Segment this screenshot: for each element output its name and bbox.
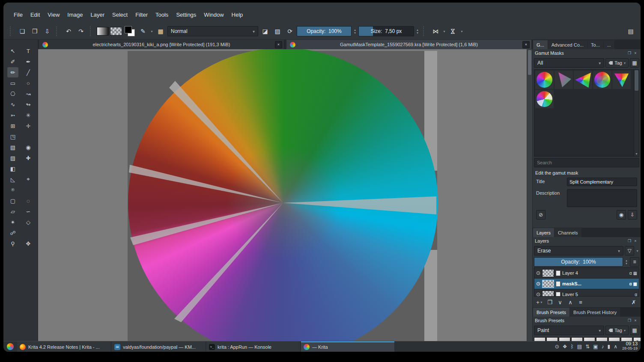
mask-description-input[interactable] bbox=[567, 189, 637, 207]
preview-mask-button[interactable]: ◉ bbox=[617, 210, 626, 220]
layer-options-button[interactable]: ≡ bbox=[576, 298, 585, 306]
close-docker-icon[interactable]: × bbox=[632, 318, 638, 323]
gamut-tag-button[interactable]: Tag ▾ bbox=[605, 58, 629, 68]
preserve-alpha-button[interactable]: ▨ bbox=[272, 26, 283, 37]
brush-editor-dropdown-arrow-icon[interactable]: ▾ bbox=[150, 30, 154, 33]
multibrush-tool[interactable]: ✳ bbox=[23, 110, 34, 120]
brush-preset-thumbnail[interactable]: ∿ bbox=[584, 337, 595, 341]
digital-clock[interactable]: 09:13 28-05-19 bbox=[622, 341, 639, 352]
layer-row[interactable]: ⊙ Layer 4 α▦ bbox=[534, 268, 639, 279]
empty-cell[interactable] bbox=[23, 163, 34, 174]
polyline-tool[interactable]: ↝ bbox=[23, 89, 34, 99]
mask-title-input[interactable] bbox=[567, 178, 637, 186]
crop-tool[interactable]: ◳ bbox=[7, 131, 18, 142]
docker-tab[interactable]: ... bbox=[604, 40, 614, 49]
docker-tab[interactable]: Layers bbox=[533, 228, 554, 237]
foreground-background-colors[interactable] bbox=[124, 26, 135, 37]
brush-preset-thumbnail[interactable]: ∿ bbox=[571, 337, 583, 341]
mirror-vertical-button[interactable]: ⋈ bbox=[447, 26, 459, 37]
menu-item[interactable]: Window bbox=[200, 10, 227, 19]
layer-row[interactable]: ⊙ maskS... α▦ bbox=[534, 279, 639, 289]
add-layer-button[interactable]: +▾ bbox=[535, 298, 544, 306]
layer-badge-icon[interactable]: ▦ bbox=[633, 271, 637, 276]
mirror-horizontal-dropdown-arrow-icon[interactable]: ▾ bbox=[442, 30, 446, 33]
layer-visibility-eye-icon[interactable]: ⊙ bbox=[536, 291, 540, 297]
ellipse-tool[interactable]: ○ bbox=[23, 78, 34, 88]
pan-tool[interactable]: ✥ bbox=[23, 238, 34, 249]
layer-filter-button[interactable]: ▽ bbox=[625, 246, 634, 255]
bluetooth-icon[interactable]: ᛒ bbox=[571, 344, 574, 350]
menu-item[interactable]: Image bbox=[64, 10, 86, 19]
duplicate-layer-button[interactable]: ❐ bbox=[545, 298, 555, 306]
document-tab[interactable]: GamutMaskTemplate_1559027569.kra [Write … bbox=[286, 40, 531, 49]
gamut-mask-item[interactable] bbox=[555, 71, 573, 89]
canvas-vertical-scrollbar[interactable] bbox=[527, 49, 532, 341]
text-tool[interactable]: T bbox=[23, 46, 34, 56]
brush-tag-button[interactable]: Tag ▾ bbox=[605, 326, 629, 335]
polygon-tool[interactable]: ⎔ bbox=[7, 89, 18, 99]
empty-cell[interactable] bbox=[23, 185, 34, 195]
empty-cell[interactable] bbox=[23, 228, 34, 238]
move-layer-down-button[interactable]: ∨ bbox=[555, 298, 565, 306]
brush-preset-thumbnail[interactable]: ∿ bbox=[534, 337, 546, 341]
save-mask-button[interactable]: ⇩ bbox=[628, 210, 637, 220]
dynamic-brush-tool[interactable]: ➳ bbox=[7, 110, 18, 120]
float-docker-icon[interactable]: ❐ bbox=[626, 239, 632, 243]
layer-opacity-slider[interactable]: Opacity: 100% bbox=[534, 257, 623, 267]
gamut-mask-item[interactable] bbox=[612, 71, 631, 89]
brush-view-options-button[interactable]: ▦ bbox=[630, 326, 639, 335]
layer-opacity-spinner[interactable]: ▴▾ bbox=[624, 259, 629, 265]
freehand-path-tool[interactable]: ↬ bbox=[23, 99, 34, 110]
display-icon[interactable]: ▤ bbox=[577, 344, 582, 350]
menu-item[interactable]: Select bbox=[109, 10, 131, 19]
float-docker-icon[interactable]: ❐ bbox=[626, 51, 632, 55]
layer-badge-icon[interactable]: α bbox=[635, 292, 637, 297]
magnetic-select-tool[interactable]: ☍ bbox=[7, 228, 18, 238]
taskbar-task-button[interactable]: ✉ valdyas/foundation/paypal — KM... bbox=[112, 341, 205, 352]
mirror-horizontal-button[interactable]: ⋈ bbox=[430, 26, 441, 37]
brush-size-slider[interactable]: Size: 7,50 px bbox=[358, 26, 414, 36]
menu-item[interactable]: File bbox=[10, 10, 26, 19]
layer-badge-icon[interactable]: α bbox=[629, 271, 632, 276]
measure-tool[interactable]: ⌖ bbox=[23, 174, 34, 184]
similar-select-tool[interactable]: ✴ bbox=[7, 217, 18, 227]
volume-icon[interactable]: ♪ bbox=[602, 344, 604, 350]
menu-item[interactable]: Help bbox=[228, 10, 247, 19]
brush-preset-thumbnail[interactable]: ∿ bbox=[596, 337, 608, 341]
select-shapes-tool[interactable]: ↖ bbox=[7, 46, 18, 56]
clipboard-icon[interactable]: ▣ bbox=[593, 344, 598, 350]
taskbar-task-button[interactable]: — Krita bbox=[301, 341, 394, 352]
gamut-mask-item[interactable] bbox=[535, 71, 554, 89]
menu-item[interactable]: Layer bbox=[87, 10, 108, 19]
brush-tag-filter-select[interactable]: Paint ▾ bbox=[534, 326, 604, 335]
scrollbar-thumb[interactable] bbox=[635, 70, 638, 91]
bezier-select-tool[interactable]: ◇ bbox=[23, 217, 34, 227]
taskbar-task-button[interactable]: Krita 4.2 Release Notes | Krita - ... bbox=[17, 341, 110, 352]
gradient-tool[interactable]: ▧ bbox=[7, 142, 18, 152]
eraser-mode-button[interactable]: ◪ bbox=[259, 26, 271, 37]
rectangle-tool[interactable]: ▭ bbox=[7, 78, 18, 88]
freehand-brush-tool[interactable]: ✏ bbox=[7, 67, 18, 77]
layer-visibility-eye-icon[interactable]: ⊙ bbox=[536, 270, 540, 276]
size-spinner[interactable]: ▴▾ bbox=[415, 28, 420, 34]
scroll-down-arrow-icon[interactable]: ▾ bbox=[634, 152, 639, 156]
reload-preset-button[interactable]: ⟳ bbox=[284, 26, 295, 37]
gamut-mask-item[interactable] bbox=[574, 71, 592, 89]
layer-row[interactable]: ⊙ Layer 5 α bbox=[534, 289, 639, 297]
new-document-button[interactable]: ❏ bbox=[17, 26, 28, 37]
line-tool[interactable]: ╱ bbox=[23, 67, 34, 77]
calligraphy-tool[interactable]: ✒ bbox=[23, 56, 34, 67]
gamut-tag-filter-select[interactable]: All ▾ bbox=[534, 58, 604, 68]
docker-tab[interactable]: Brush Presets bbox=[533, 308, 569, 317]
gradient-chooser-button[interactable] bbox=[97, 27, 109, 36]
layer-properties-button[interactable]: ≡ bbox=[630, 257, 639, 267]
tab-close-button[interactable]: × bbox=[275, 41, 282, 48]
blending-mode-select[interactable]: Normal ▾ bbox=[167, 26, 258, 36]
move-tool[interactable]: ✛ bbox=[23, 121, 34, 131]
gamut-mask-item[interactable] bbox=[593, 71, 611, 89]
menu-item[interactable]: Filter bbox=[132, 10, 151, 19]
document-tab[interactable]: electrichearts_20190316_kiki_a.png [Writ… bbox=[39, 40, 284, 49]
workspace-chooser-button[interactable]: ▤ bbox=[625, 26, 636, 37]
user-activity-icon[interactable]: ⊙ bbox=[555, 344, 559, 350]
close-docker-icon[interactable]: × bbox=[632, 239, 638, 243]
